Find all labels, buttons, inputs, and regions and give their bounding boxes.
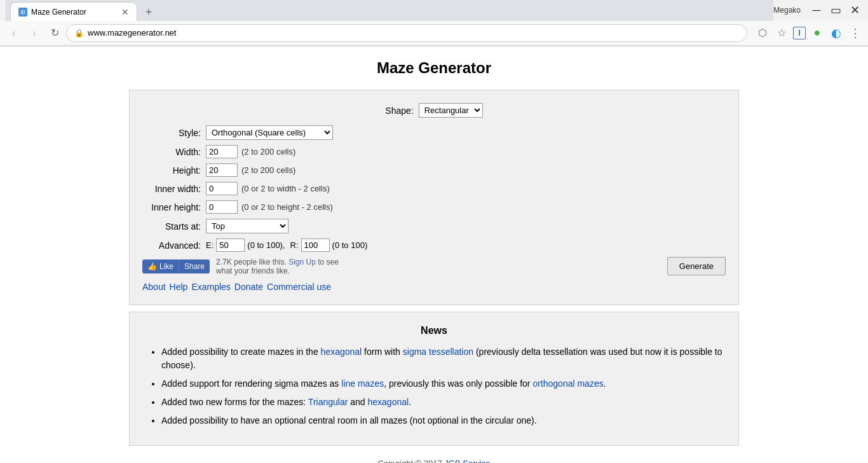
- list-item: Added possibility to have an optional ce…: [161, 414, 726, 427]
- sigma-link[interactable]: sigma tessellation: [403, 347, 473, 357]
- inner-height-row: Inner height: (0 or 2 to height - 2 cell…: [142, 200, 726, 214]
- maximize-button[interactable]: ▭: [827, 2, 844, 18]
- advanced-r-hint: (0 to 100): [332, 240, 368, 250]
- page-content: Maze Generator Shape: Rectangular Circul…: [116, 46, 752, 463]
- back-button[interactable]: ‹: [5, 24, 23, 42]
- line-mazes-link[interactable]: line mazes: [341, 378, 384, 389]
- inner-width-label: Inner width:: [142, 184, 206, 194]
- advanced-e-input[interactable]: [216, 238, 245, 252]
- main-panel: Shape: Rectangular Circular Triangular H…: [129, 90, 739, 305]
- width-label: Width:: [142, 147, 206, 157]
- height-label: Height:: [142, 165, 206, 176]
- style-select[interactable]: Orthogonal (Square cells): [206, 125, 333, 140]
- advanced-r-input[interactable]: [301, 238, 330, 252]
- bookmark-icon[interactable]: ☆: [774, 25, 789, 41]
- style-label: Style:: [142, 128, 206, 138]
- advanced-row: Advanced: E: (0 to 100), R: (0 to 100): [142, 238, 726, 252]
- minimize-button[interactable]: ─: [808, 2, 825, 18]
- share-label: Share: [184, 262, 205, 271]
- close-button[interactable]: ✕: [846, 2, 863, 18]
- triangular-link[interactable]: Triangular: [308, 397, 348, 407]
- menu-icon[interactable]: ⋮: [848, 25, 863, 41]
- browser-tab[interactable]: ⊞ Maze Generator ✕: [10, 2, 137, 21]
- thumbs-up-icon: 👍: [147, 262, 157, 271]
- shape-select[interactable]: Rectangular Circular Triangular Hexagona…: [419, 103, 483, 118]
- inner-width-input[interactable]: [206, 182, 238, 195]
- width-input[interactable]: [206, 145, 238, 158]
- donate-link[interactable]: Donate: [234, 282, 263, 292]
- tab-title: Maze Generator: [31, 8, 118, 17]
- inner-height-hint: (0 or 2 to height - 2 cells): [241, 202, 333, 212]
- security-icon: 🔒: [74, 29, 84, 38]
- news-title: News: [142, 325, 726, 336]
- inner-height-input[interactable]: [206, 200, 238, 214]
- style-row: Style: Orthogonal (Square cells): [142, 125, 726, 140]
- screenshot-icon[interactable]: ⬡: [755, 25, 770, 41]
- height-row: Height: (2 to 200 cells): [142, 163, 726, 177]
- extension2-icon[interactable]: ◐: [829, 25, 844, 41]
- fb-signup-link[interactable]: Sign Up: [288, 258, 316, 266]
- new-tab-button[interactable]: +: [140, 3, 158, 21]
- tab-favicon: ⊞: [18, 8, 27, 17]
- advanced-e-label: E:: [206, 240, 214, 250]
- extension1-icon[interactable]: ●: [810, 25, 825, 41]
- shape-label: Shape:: [385, 106, 413, 116]
- height-input[interactable]: [206, 163, 238, 177]
- list-item: Added possibility to create mazes in the…: [161, 345, 726, 372]
- commercial-use-link[interactable]: Commercial use: [267, 282, 331, 292]
- advanced-label: Advanced:: [142, 240, 206, 251]
- generate-button[interactable]: Generate: [667, 257, 726, 275]
- list-item: Added two new forms for the mazes: Trian…: [161, 396, 726, 409]
- facebook-count-text: 2.7K people like this. Sign Up to see wh…: [216, 258, 343, 275]
- examples-link[interactable]: Examples: [191, 282, 230, 292]
- links-row: About Help Examples Donate Commercial us…: [142, 282, 726, 292]
- like-label: Like: [159, 262, 173, 271]
- about-link[interactable]: About: [142, 282, 166, 292]
- help-link[interactable]: Help: [170, 282, 188, 292]
- fb-count: 2.7K people like this.: [216, 258, 287, 266]
- action-row: 👍 Like Share 2.7K people like this. Sign…: [142, 257, 726, 275]
- user-profile: Megako: [773, 6, 801, 15]
- page-title: Maze Generator: [129, 59, 739, 77]
- tab-close-button[interactable]: ✕: [121, 8, 129, 17]
- shape-row: Shape: Rectangular Circular Triangular H…: [142, 103, 726, 118]
- address-bar[interactable]: 🔒 www.mazegenerator.net: [66, 24, 747, 42]
- hexagonal2-link[interactable]: hexagonal: [368, 397, 409, 407]
- news-list: Added possibility to create mazes in the…: [142, 345, 726, 427]
- footer: Copyright © 2017 JGB Service: [129, 452, 739, 463]
- inner-width-row: Inner width: (0 or 2 to width - 2 cells): [142, 182, 726, 195]
- width-row: Width: (2 to 200 cells): [142, 145, 726, 158]
- list-item: Added support for rendering sigma mazes …: [161, 377, 726, 390]
- jgb-service-link[interactable]: JGB Service: [444, 459, 490, 463]
- news-panel: News Added possibility to create mazes i…: [129, 312, 739, 446]
- advanced-inputs: E: (0 to 100), R: (0 to 100): [206, 238, 367, 252]
- profile-icon[interactable]: I: [793, 27, 806, 39]
- starts-at-label: Starts at:: [142, 221, 206, 232]
- inner-width-hint: (0 or 2 to width - 2 cells): [241, 184, 330, 193]
- facebook-share-button[interactable]: Share: [179, 259, 210, 273]
- advanced-r-label: R:: [290, 240, 299, 250]
- advanced-e-hint: (0 to 100),: [247, 240, 285, 250]
- facebook-widget: 👍 Like Share: [142, 259, 210, 273]
- copyright-text: Copyright © 2017: [377, 459, 444, 463]
- refresh-button[interactable]: ↻: [46, 24, 64, 42]
- starts-at-row: Starts at: Top Bottom Left Right: [142, 219, 726, 233]
- forward-button[interactable]: ›: [25, 24, 43, 42]
- facebook-like-button[interactable]: 👍 Like: [142, 259, 179, 273]
- width-hint: (2 to 200 cells): [241, 147, 295, 156]
- orthogonal-mazes-link[interactable]: orthogonal mazes: [532, 378, 603, 389]
- height-hint: (2 to 200 cells): [241, 165, 295, 175]
- url-text: www.mazegenerator.net: [88, 28, 176, 38]
- hexagonal-link[interactable]: hexagonal: [321, 347, 362, 357]
- inner-height-label: Inner height:: [142, 202, 206, 212]
- starts-at-select[interactable]: Top Bottom Left Right: [206, 219, 288, 233]
